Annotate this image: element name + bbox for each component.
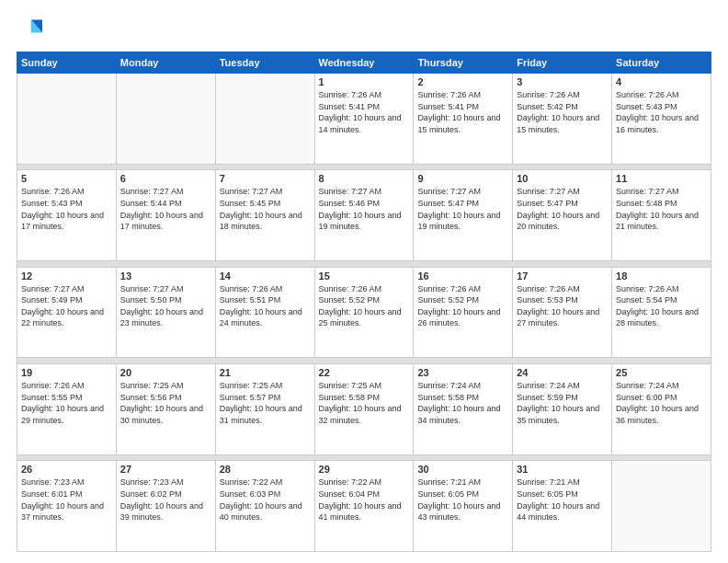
day-number: 5 <box>21 173 112 184</box>
day-info: Sunrise: 7:27 AMSunset: 5:44 PMDaylight:… <box>120 186 211 232</box>
calendar-table: SundayMondayTuesdayWednesdayThursdayFrid… <box>17 52 711 552</box>
day-number: 24 <box>517 367 608 378</box>
empty-day-cell <box>17 74 117 165</box>
day-number: 16 <box>417 270 508 282</box>
weekday-header: Wednesday <box>314 52 414 74</box>
day-info: Sunrise: 7:26 AMSunset: 5:42 PMDaylight:… <box>517 89 608 135</box>
separator-cell <box>17 358 711 364</box>
day-cell: 16Sunrise: 7:26 AMSunset: 5:52 PMDayligh… <box>414 267 513 358</box>
day-info: Sunrise: 7:25 AMSunset: 5:58 PMDaylight:… <box>319 380 410 426</box>
day-cell: 22Sunrise: 7:25 AMSunset: 5:58 PMDayligh… <box>314 364 414 455</box>
day-cell: 31Sunrise: 7:21 AMSunset: 6:05 PMDayligh… <box>513 461 612 552</box>
day-cell: 19Sunrise: 7:26 AMSunset: 5:55 PMDayligh… <box>17 364 117 455</box>
day-cell: 5Sunrise: 7:26 AMSunset: 5:43 PMDaylight… <box>17 170 117 261</box>
day-info: Sunrise: 7:27 AMSunset: 5:47 PMDaylight:… <box>417 186 508 232</box>
day-info: Sunrise: 7:27 AMSunset: 5:46 PMDaylight:… <box>319 186 410 232</box>
separator-cell <box>17 454 711 461</box>
day-cell: 15Sunrise: 7:26 AMSunset: 5:52 PMDayligh… <box>314 267 414 358</box>
weekday-header: Friday <box>513 52 612 74</box>
day-number: 27 <box>120 464 211 475</box>
day-cell: 4Sunrise: 7:26 AMSunset: 5:43 PMDaylight… <box>612 74 711 165</box>
day-cell: 9Sunrise: 7:27 AMSunset: 5:47 PMDaylight… <box>414 170 513 261</box>
day-cell: 26Sunrise: 7:23 AMSunset: 6:01 PMDayligh… <box>17 461 117 552</box>
separator-row <box>17 164 711 170</box>
day-cell: 27Sunrise: 7:23 AMSunset: 6:02 PMDayligh… <box>116 461 215 552</box>
day-number: 10 <box>517 173 608 184</box>
day-info: Sunrise: 7:22 AMSunset: 6:04 PMDaylight:… <box>319 477 410 523</box>
week-row: 26Sunrise: 7:23 AMSunset: 6:01 PMDayligh… <box>17 461 711 552</box>
day-cell: 6Sunrise: 7:27 AMSunset: 5:44 PMDaylight… <box>116 170 215 261</box>
week-row: 19Sunrise: 7:26 AMSunset: 5:55 PMDayligh… <box>17 364 711 455</box>
day-number: 20 <box>120 367 211 378</box>
logo <box>17 17 46 42</box>
separator-row <box>17 454 711 461</box>
day-info: Sunrise: 7:26 AMSunset: 5:54 PMDaylight:… <box>616 283 707 329</box>
week-row: 1Sunrise: 7:26 AMSunset: 5:41 PMDaylight… <box>17 74 711 165</box>
day-number: 11 <box>616 173 707 184</box>
weekday-header: Sunday <box>17 52 117 74</box>
separator-row <box>17 260 711 267</box>
day-info: Sunrise: 7:27 AMSunset: 5:45 PMDaylight:… <box>220 186 311 232</box>
day-cell: 8Sunrise: 7:27 AMSunset: 5:46 PMDaylight… <box>314 170 414 261</box>
day-cell: 11Sunrise: 7:27 AMSunset: 5:48 PMDayligh… <box>612 170 711 261</box>
day-number: 2 <box>417 76 508 87</box>
day-info: Sunrise: 7:26 AMSunset: 5:52 PMDaylight:… <box>417 283 508 329</box>
day-number: 3 <box>517 76 608 87</box>
day-info: Sunrise: 7:27 AMSunset: 5:50 PMDaylight:… <box>120 283 211 329</box>
day-number: 8 <box>319 173 410 184</box>
page: SundayMondayTuesdayWednesdayThursdayFrid… <box>0 0 728 563</box>
day-info: Sunrise: 7:27 AMSunset: 5:49 PMDaylight:… <box>21 283 112 329</box>
day-number: 25 <box>616 367 707 378</box>
day-number: 21 <box>220 367 311 378</box>
day-cell: 20Sunrise: 7:25 AMSunset: 5:56 PMDayligh… <box>116 364 215 455</box>
day-cell: 30Sunrise: 7:21 AMSunset: 6:05 PMDayligh… <box>414 461 513 552</box>
day-info: Sunrise: 7:22 AMSunset: 6:03 PMDaylight:… <box>220 477 311 523</box>
day-number: 18 <box>616 270 707 282</box>
day-cell: 25Sunrise: 7:24 AMSunset: 6:00 PMDayligh… <box>612 364 711 455</box>
day-info: Sunrise: 7:24 AMSunset: 5:59 PMDaylight:… <box>517 380 608 426</box>
day-number: 14 <box>220 270 311 282</box>
day-number: 1 <box>319 76 410 87</box>
separator-cell <box>17 260 711 267</box>
day-cell: 12Sunrise: 7:27 AMSunset: 5:49 PMDayligh… <box>17 267 117 358</box>
day-number: 15 <box>319 270 410 282</box>
day-number: 23 <box>417 367 508 378</box>
day-cell: 3Sunrise: 7:26 AMSunset: 5:42 PMDaylight… <box>513 74 612 165</box>
day-info: Sunrise: 7:26 AMSunset: 5:51 PMDaylight:… <box>220 283 311 329</box>
day-info: Sunrise: 7:23 AMSunset: 6:02 PMDaylight:… <box>120 477 211 523</box>
weekday-header: Tuesday <box>215 52 314 74</box>
day-info: Sunrise: 7:21 AMSunset: 6:05 PMDaylight:… <box>417 477 508 523</box>
day-cell: 29Sunrise: 7:22 AMSunset: 6:04 PMDayligh… <box>314 461 414 552</box>
day-number: 12 <box>21 270 112 282</box>
weekday-header: Monday <box>116 52 215 74</box>
day-info: Sunrise: 7:26 AMSunset: 5:41 PMDaylight:… <box>417 89 508 135</box>
weekday-header: Saturday <box>612 52 711 74</box>
header <box>17 17 711 42</box>
day-number: 17 <box>517 270 608 282</box>
separator-cell <box>17 164 711 170</box>
day-number: 29 <box>319 464 410 475</box>
day-cell: 21Sunrise: 7:25 AMSunset: 5:57 PMDayligh… <box>215 364 314 455</box>
logo-icon <box>17 17 42 42</box>
day-cell: 1Sunrise: 7:26 AMSunset: 5:41 PMDaylight… <box>314 74 414 165</box>
day-number: 28 <box>220 464 311 475</box>
day-info: Sunrise: 7:24 AMSunset: 6:00 PMDaylight:… <box>616 380 707 426</box>
day-info: Sunrise: 7:26 AMSunset: 5:55 PMDaylight:… <box>21 380 112 426</box>
day-info: Sunrise: 7:27 AMSunset: 5:48 PMDaylight:… <box>616 186 707 232</box>
day-cell: 2Sunrise: 7:26 AMSunset: 5:41 PMDaylight… <box>414 74 513 165</box>
week-row: 5Sunrise: 7:26 AMSunset: 5:43 PMDaylight… <box>17 170 711 261</box>
day-info: Sunrise: 7:26 AMSunset: 5:43 PMDaylight:… <box>21 186 112 232</box>
weekday-header: Thursday <box>414 52 513 74</box>
day-cell: 10Sunrise: 7:27 AMSunset: 5:47 PMDayligh… <box>513 170 612 261</box>
day-number: 7 <box>220 173 311 184</box>
day-info: Sunrise: 7:21 AMSunset: 6:05 PMDaylight:… <box>517 477 608 523</box>
empty-day-cell <box>612 461 711 552</box>
day-info: Sunrise: 7:25 AMSunset: 5:56 PMDaylight:… <box>120 380 211 426</box>
day-info: Sunrise: 7:25 AMSunset: 5:57 PMDaylight:… <box>220 380 311 426</box>
day-cell: 23Sunrise: 7:24 AMSunset: 5:58 PMDayligh… <box>414 364 513 455</box>
day-number: 6 <box>120 173 211 184</box>
separator-row <box>17 358 711 364</box>
day-cell: 7Sunrise: 7:27 AMSunset: 5:45 PMDaylight… <box>215 170 314 261</box>
day-number: 30 <box>417 464 508 475</box>
day-info: Sunrise: 7:26 AMSunset: 5:53 PMDaylight:… <box>517 283 608 329</box>
